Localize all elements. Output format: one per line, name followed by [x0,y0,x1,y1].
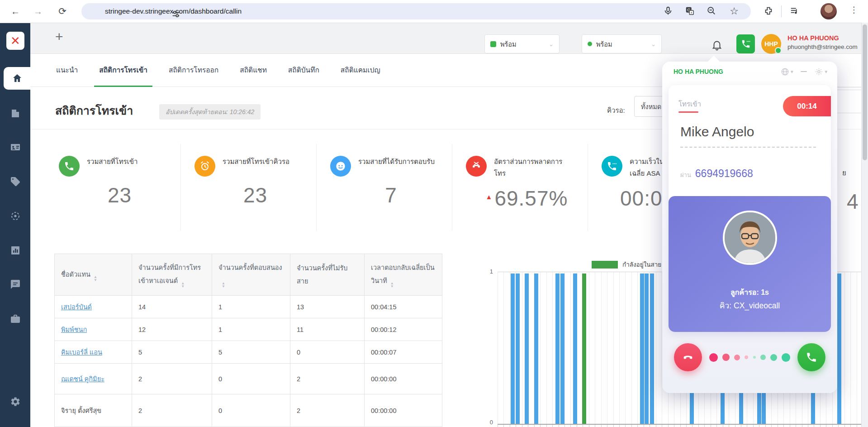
x-axis-tick [674,425,674,427]
x-axis-tick [826,425,826,427]
table-cell: 2 [132,364,212,394]
tab-introduction[interactable]: แนะนำ [48,53,85,86]
browser-reload-icon[interactable]: ⟳ [56,5,69,18]
column-header[interactable]: ชื่อตัวแทน▲▼ [55,254,132,296]
add-dashboard-button[interactable]: + [55,29,63,44]
trend-up-icon: ▲ [486,193,493,201]
minimize-icon[interactable] [799,67,808,76]
sidebar-item-company[interactable] [0,102,30,125]
svg-text:x: x [691,10,693,14]
caller-panel: ลูกค้ารอ: 1s คิว: CX_videocall [669,196,831,332]
toolbar-separator [781,5,782,17]
scrollbar-thumb[interactable] [863,24,867,160]
caller-number[interactable]: 6694919668 [695,168,753,180]
column-header[interactable]: จำนวนครั้งที่มีการโทรเข้าหาเอเจนต์▲▼ [132,254,212,296]
sidebar-item-home[interactable] [4,67,30,90]
browser-menu-icon[interactable]: ⋮ [849,5,859,15]
translate-icon[interactable]: G x [685,6,696,17]
caller-name: Mike Angelo [680,124,816,148]
gridline [540,272,541,424]
sidebar-item-reports[interactable] [0,239,30,262]
address-bar[interactable]: stringee-dev.stringeex.com/dashboard/cal… [81,3,751,19]
tab-chat-stats[interactable]: สถิติแชท [232,53,275,86]
agent-name-link[interactable]: คิมเบอร์ลี่ แอน [61,349,102,356]
chart-bar [645,273,649,424]
zoom-out-icon[interactable] [707,6,717,17]
call-animation-dot [745,355,748,359]
tag-icon [10,176,21,187]
media-control-icon[interactable] [790,6,801,17]
queue-name-text: คิว: CX_videocall [669,299,831,312]
sort-arrows-icon[interactable]: ▲▼ [390,282,394,288]
chat-status-dropdown[interactable]: พร้อม ⌄ [484,34,560,53]
tab-ticket-stats[interactable]: สถิติบันทึก [280,53,327,86]
tune-icon[interactable] [171,9,182,20]
agent-name-link[interactable]: ณเดชน์ คูกิมิยะ [61,375,104,383]
x-axis-tick [637,425,638,427]
caller-avatar [723,211,777,265]
agent-name-link[interactable]: พิมพ์ชนก [61,326,87,333]
settings-gear-icon[interactable]: ▾ [815,67,827,76]
customer-wait-text: ลูกค้ารอ: 1s [669,287,831,298]
x-axis-tick [498,425,498,427]
call-direction-label: โทรเข้า [678,99,701,110]
stringeex-logo[interactable]: ✕ [6,32,24,50]
building-icon [10,108,21,119]
table-cell: 2 [290,394,365,427]
gridline [844,272,845,424]
column-header[interactable]: จำนวนครั้งที่ตอบสนอง▲▼ [212,254,290,296]
chat-status-value: พร้อม [500,39,517,49]
sidebar-item-contacts[interactable] [0,136,30,158]
x-axis-tick [559,425,559,427]
x-axis-tick [668,425,669,427]
gridline [601,272,602,424]
tab-campaign-stats[interactable]: สถิติแคมเปญ [333,53,388,86]
tab-inbound-call-stats[interactable]: สถิติการโทรเข้า [91,53,155,86]
x-axis-tick [747,425,747,427]
legend-label: กำลังอยู่ในสาย [622,259,661,269]
sort-arrows-icon[interactable]: ▲▼ [181,282,185,288]
language-globe-icon[interactable]: ▾ [781,67,793,76]
x-axis-tick [704,425,705,427]
user-avatar[interactable]: HHP [761,34,781,54]
sidebar-item-tags[interactable] [0,170,30,193]
sidebar-item-chat[interactable] [0,273,30,296]
sort-arrows-icon[interactable]: ▲▼ [222,282,225,288]
sidebar-item-products[interactable] [0,307,30,330]
column-header[interactable]: เวลาตอบกลับเฉลี่ยเป็นวินาที▲▼ [365,254,442,296]
notifications-bell-icon[interactable] [711,39,723,51]
chevron-down-icon: ⌄ [651,41,656,48]
accept-call-button[interactable] [797,343,825,371]
x-axis-tick [528,425,528,427]
table-cell: 0 [290,341,365,364]
tab-outbound-call-stats[interactable]: สถิติการโทรออก [161,53,226,86]
x-axis-tick [607,425,607,427]
x-axis-tick [619,425,620,427]
chart-bar [555,273,560,424]
page-scrollbar[interactable] [861,23,868,427]
call-animation-dot [734,355,740,360]
sidebar-item-campaign-target[interactable] [0,205,30,227]
browser-profile-avatar[interactable] [821,3,837,19]
target-icon [10,211,21,221]
gridline [613,272,614,424]
browser-back-icon[interactable]: ← [9,5,22,18]
user-name: HO HA PHUONG [787,34,839,42]
x-axis-tick [686,425,687,427]
x-axis-tick [510,425,510,427]
x-axis-tick [790,425,790,427]
sidebar-item-settings[interactable] [0,390,30,413]
call-status-dropdown[interactable]: พร้อม ⌄ [582,34,662,53]
agent-name-link[interactable]: เสปอร์บันด์ [61,303,92,311]
x-axis-tick [692,425,693,427]
sort-arrows-icon[interactable]: ▲▼ [94,275,97,282]
call-card: โทรเข้า 00:14 Mike Angelo ผ่าน 669491966… [669,85,831,332]
x-axis-tick [783,425,784,427]
bookmark-star-icon[interactable]: ☆ [728,5,740,17]
microphone-icon[interactable] [663,6,674,17]
extensions-icon[interactable] [764,6,774,17]
browser-forward-icon[interactable]: → [32,5,44,18]
decline-call-button[interactable] [674,343,702,371]
x-axis-tick [680,425,681,427]
softphone-button[interactable] [736,34,755,53]
